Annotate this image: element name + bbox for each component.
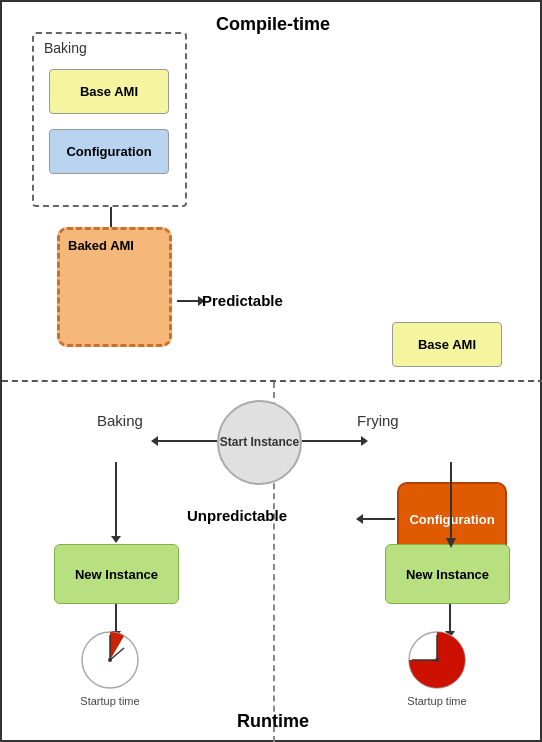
compile-title: Compile-time: [216, 14, 330, 35]
baking-label: Baking: [44, 40, 87, 56]
compile-section: Compile-time Baking Base AMI Configurati…: [2, 2, 542, 382]
frying-label: Frying: [357, 412, 399, 429]
config-box-blue: Configuration: [49, 129, 169, 174]
unpredictable-label: Unpredictable: [187, 507, 287, 524]
startup-clock-right: [407, 630, 467, 690]
svg-point-3: [108, 658, 112, 662]
runtime-title: Runtime: [237, 711, 309, 732]
arrow-left-unpredictable: [362, 518, 395, 520]
arrow-right-predictable: [177, 300, 199, 302]
new-instance-right: New Instance: [385, 544, 510, 604]
arrow-right-to-frying: [302, 440, 362, 442]
arrow-left-to-baking: [157, 440, 217, 442]
baked-ami-box: Baked AMI: [57, 227, 172, 347]
base-ami-box: Base AMI: [49, 69, 169, 114]
arrow-down-new-instance-right: [449, 604, 451, 632]
arrow-down-baking: [110, 207, 112, 229]
startup-clock-left: [80, 630, 140, 690]
diagram-container: Compile-time Baking Base AMI Configurati…: [0, 0, 542, 742]
predictable-label: Predictable: [202, 292, 283, 309]
new-instance-left: New Instance: [54, 544, 179, 604]
svg-point-7: [435, 658, 439, 662]
base-ami-top-right: Base AMI: [392, 322, 502, 367]
runtime-section: Runtime Baking Frying Start Instance Con…: [2, 382, 542, 742]
start-instance-circle: Start Instance: [217, 400, 302, 485]
arrow-down-frying-side: [450, 462, 452, 484]
startup-time-label-right: Startup time: [397, 695, 477, 707]
baking-runtime-label: Baking: [97, 412, 143, 429]
arrow-down-baking-side: [115, 462, 117, 537]
arrow-down-new-instance-left: [115, 604, 117, 632]
baking-box: Baking Base AMI Configuration: [32, 32, 187, 207]
startup-time-label-left: Startup time: [70, 695, 150, 707]
